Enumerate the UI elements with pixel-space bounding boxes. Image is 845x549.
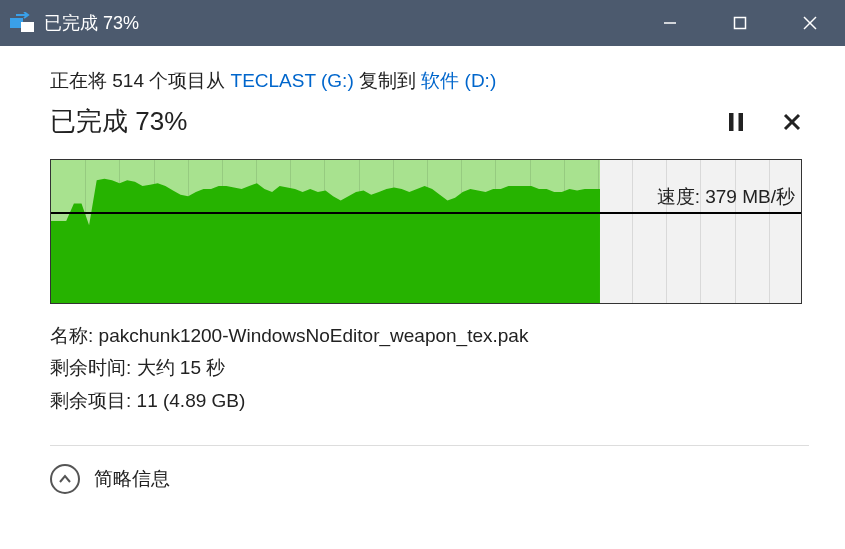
- detail-time: 剩余时间: 大约 15 秒: [50, 352, 809, 384]
- copy-description: 正在将 514 个项目从 TECLAST (G:) 复制到 软件 (D:): [50, 68, 809, 94]
- copy-mid: 复制到: [354, 70, 422, 91]
- titlebar: 已完成 73%: [0, 0, 845, 46]
- source-link[interactable]: TECLAST (G:): [231, 70, 354, 91]
- close-window-button[interactable]: [775, 0, 845, 46]
- svg-rect-6: [729, 113, 734, 131]
- svg-rect-7: [739, 113, 744, 131]
- speed-indicator-line: [51, 212, 801, 214]
- dest-link[interactable]: 软件 (D:): [421, 70, 496, 91]
- detail-name: 名称: pakchunk1200-WindowsNoEditor_weapon_…: [50, 320, 809, 352]
- transfer-details: 名称: pakchunk1200-WindowsNoEditor_weapon_…: [50, 320, 809, 417]
- window-controls: [635, 0, 845, 46]
- pause-button[interactable]: [725, 111, 747, 133]
- detail-items: 剩余项目: 11 (4.89 GB): [50, 385, 809, 417]
- chevron-up-icon: [50, 464, 80, 494]
- toggle-details-button[interactable]: 简略信息: [50, 445, 809, 494]
- window-title: 已完成 73%: [44, 11, 139, 35]
- toggle-details-label: 简略信息: [94, 466, 170, 492]
- minimize-button[interactable]: [635, 0, 705, 46]
- chart-area: [51, 160, 600, 304]
- svg-rect-3: [735, 18, 746, 29]
- speed-label: 速度: 379 MB/秒: [657, 184, 795, 212]
- maximize-button[interactable]: [705, 0, 775, 46]
- progress-title: 已完成 73%: [50, 104, 187, 139]
- cancel-button[interactable]: [781, 111, 803, 133]
- copy-progress-icon: [10, 12, 34, 34]
- speed-chart: 速度: 379 MB/秒: [50, 159, 802, 304]
- svg-rect-1: [21, 22, 34, 32]
- copy-prefix: 正在将 514 个项目从: [50, 70, 231, 91]
